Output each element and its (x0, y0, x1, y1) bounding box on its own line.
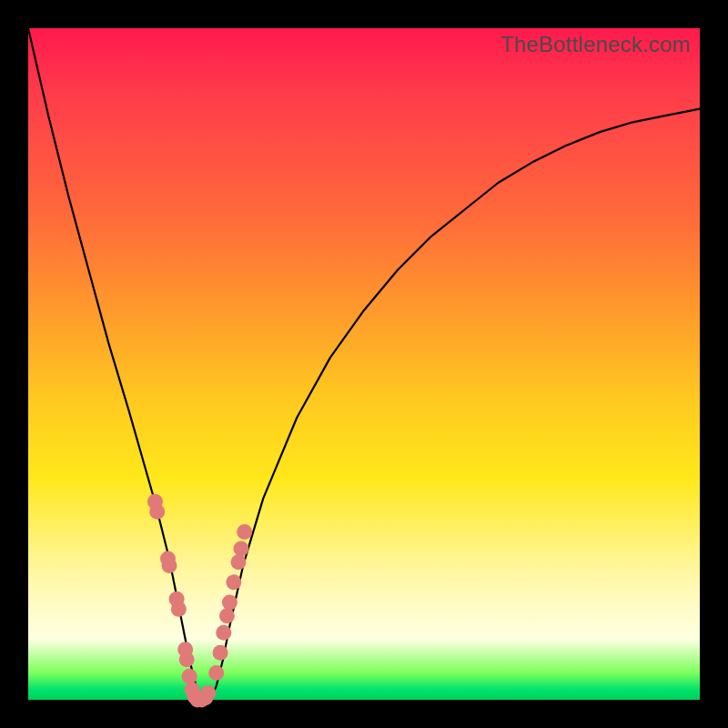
bottleneck-curve (28, 28, 700, 700)
data-point (213, 645, 228, 661)
data-point (222, 594, 238, 610)
data-point (219, 608, 235, 623)
data-points (147, 494, 252, 708)
data-point (216, 625, 231, 641)
data-point (200, 685, 216, 701)
chart-frame: TheBottleneck.com (0, 0, 728, 728)
data-point (149, 504, 165, 520)
data-point (161, 558, 177, 573)
chart-svg (28, 28, 700, 700)
data-point (182, 669, 197, 684)
plot-area: TheBottleneck.com (28, 28, 700, 700)
data-point (230, 554, 246, 570)
data-point (233, 541, 248, 556)
data-point (237, 524, 252, 540)
data-point (208, 665, 224, 681)
data-point (171, 602, 187, 617)
data-point (179, 652, 195, 667)
data-point (226, 574, 241, 590)
